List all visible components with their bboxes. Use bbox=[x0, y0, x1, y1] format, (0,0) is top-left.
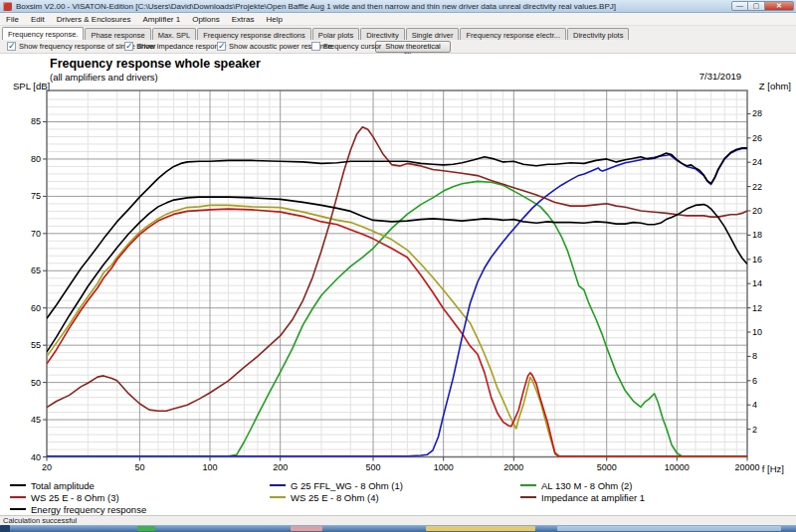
svg-text:20: 20 bbox=[752, 206, 762, 216]
svg-text:10: 10 bbox=[752, 327, 762, 337]
svg-text:2: 2 bbox=[752, 425, 757, 435]
svg-text:12: 12 bbox=[752, 303, 762, 313]
legend-item-ws-25-e-8-ohm-3: WS 25 E - 8 Ohm (3) bbox=[10, 491, 119, 503]
checkbox-frequency-cursor[interactable] bbox=[311, 42, 320, 51]
status-text: Calculation successful bbox=[3, 516, 77, 525]
plot-border bbox=[47, 90, 747, 457]
tab-directivity-plots[interactable]: Directivity plots bbox=[567, 28, 629, 40]
minor-gridlines bbox=[47, 90, 747, 457]
svg-text:55: 55 bbox=[31, 340, 41, 350]
checkbox-show-impedance-response[interactable]: ✓ bbox=[124, 42, 133, 51]
legend-swatch-impedance-at-amplifier-1 bbox=[520, 496, 536, 498]
legend-swatch-energy-frequency-response bbox=[10, 508, 26, 510]
taskbar-item bbox=[426, 526, 535, 531]
tab-frequency-response[interactable]: Frequency response. bbox=[2, 27, 84, 40]
menu-item-drivers-enclosures[interactable]: Drivers & Enclosures bbox=[51, 15, 137, 24]
tab-frequency-response-directions[interactable]: Frequency response directions bbox=[197, 28, 311, 40]
close-button[interactable]: ✕ bbox=[765, 1, 794, 11]
svg-text:5000: 5000 bbox=[597, 462, 617, 472]
legend-swatch-total-amplitude bbox=[10, 484, 26, 486]
boxsim-window: Boxsim V2.00 - VISATON-Edition [C:\Users… bbox=[0, 0, 796, 532]
svg-text:50: 50 bbox=[31, 378, 41, 388]
legend-item-g-25-ffl-wg-8-ohm-1: G 25 FFL_WG - 8 Ohm (1) bbox=[270, 479, 403, 491]
legend-item-energy-frequency-response: Energy frequency response bbox=[10, 503, 146, 515]
tab-polar-plots[interactable]: Polar plots bbox=[312, 28, 359, 40]
status-bar: Calculation successful bbox=[0, 515, 796, 525]
legend-label: Impedance at amplifier 1 bbox=[541, 492, 645, 503]
taskbar-item bbox=[137, 526, 155, 531]
toolbar: Show theoretical filters ✓Show frequency… bbox=[0, 40, 796, 54]
menu-item-options[interactable]: Options bbox=[186, 15, 226, 24]
svg-text:22: 22 bbox=[752, 182, 762, 192]
axis-tick-labels: 8580757065605550454028262422201816141210… bbox=[31, 108, 762, 471]
svg-text:2000: 2000 bbox=[503, 462, 523, 472]
legend-swatch-ws-25-e-8-ohm-4 bbox=[270, 496, 286, 498]
curve-ws-25-e-8-ohm-3 bbox=[47, 209, 747, 456]
curve-energy-frequency-response bbox=[47, 197, 747, 352]
legend-item-total-amplitude: Total amplitude bbox=[10, 479, 95, 491]
svg-text:8: 8 bbox=[752, 351, 757, 361]
svg-text:26: 26 bbox=[752, 133, 762, 143]
svg-text:85: 85 bbox=[31, 116, 41, 126]
svg-text:65: 65 bbox=[31, 266, 41, 275]
svg-text:70: 70 bbox=[31, 229, 41, 239]
menu-item-extras[interactable]: Extras bbox=[226, 15, 261, 24]
svg-text:6: 6 bbox=[752, 376, 757, 386]
menu-item-edit[interactable]: Edit bbox=[25, 15, 51, 24]
legend-label: WS 25 E - 8 Ohm (4) bbox=[291, 492, 379, 503]
checkbox-group-frequency-cursor: Frequency cursor bbox=[311, 42, 381, 51]
legend-label: Energy frequency response bbox=[31, 504, 146, 515]
checkbox-label: Frequency cursor bbox=[323, 42, 381, 51]
minimize-button[interactable]: — bbox=[731, 1, 748, 11]
svg-text:14: 14 bbox=[752, 278, 762, 288]
checkbox-show-acoustic-power-response[interactable]: ✓ bbox=[217, 42, 226, 51]
checkbox-label: Show impedance response bbox=[136, 42, 226, 51]
legend-swatch-g-25-ffl-wg-8-ohm-1 bbox=[270, 484, 286, 486]
windows-taskbar[interactable] bbox=[0, 525, 796, 532]
svg-text:24: 24 bbox=[752, 157, 762, 167]
checkbox-group-show-impedance-response: ✓Show impedance response bbox=[124, 42, 226, 51]
caption-buttons: — ▢ ✕ bbox=[731, 1, 794, 11]
taskbar-item bbox=[0, 525, 10, 532]
svg-text:100: 100 bbox=[203, 462, 218, 472]
maximize-button[interactable]: ▢ bbox=[748, 1, 765, 11]
svg-text:200: 200 bbox=[273, 462, 288, 472]
checkbox-show-frequency-response-of-single-driver[interactable]: ✓ bbox=[7, 42, 16, 51]
show-theoretical-filters-button[interactable]: Show theoretical filters bbox=[375, 41, 451, 53]
tab-single-driver[interactable]: Single driver bbox=[406, 28, 460, 40]
legend-item-ws-25-e-8-ohm-4: WS 25 E - 8 Ohm (4) bbox=[270, 491, 379, 503]
svg-text:28: 28 bbox=[752, 108, 762, 118]
window-title: Boxsim V2.00 - VISATON-Edition [C:\Users… bbox=[16, 2, 616, 11]
title-bar: Boxsim V2.00 - VISATON-Edition [C:\Users… bbox=[0, 0, 796, 13]
svg-text:500: 500 bbox=[366, 462, 381, 472]
svg-text:40: 40 bbox=[31, 452, 41, 462]
tab-phase-response[interactable]: Phase response bbox=[85, 28, 150, 40]
legend-item-al-130-m-8-ohm-2: AL 130 M - 8 Ohm (2) bbox=[520, 479, 633, 491]
menu-item-help[interactable]: Help bbox=[260, 15, 288, 24]
legend-swatch-al-130-m-8-ohm-2 bbox=[520, 484, 536, 486]
curves bbox=[47, 127, 747, 456]
menu-bar: FileEditDrivers & EnclosuresAmplifier 1O… bbox=[0, 13, 796, 26]
svg-text:18: 18 bbox=[752, 230, 762, 240]
menu-item-file[interactable]: File bbox=[0, 15, 25, 24]
legend-swatch-ws-25-e-8-ohm-3 bbox=[10, 496, 26, 498]
curve-impedance-at-amplifier-1 bbox=[47, 127, 747, 412]
taskbar-item bbox=[557, 526, 781, 531]
legend-label: Total amplitude bbox=[31, 480, 95, 491]
svg-text:60: 60 bbox=[31, 303, 41, 313]
legend-label: G 25 FFL_WG - 8 Ohm (1) bbox=[291, 480, 403, 491]
major-gridlines bbox=[47, 90, 747, 457]
svg-text:80: 80 bbox=[31, 154, 41, 164]
legend-label: AL 130 M - 8 Ohm (2) bbox=[541, 480, 633, 491]
menu-item-amplifier-1[interactable]: Amplifier 1 bbox=[136, 15, 186, 24]
svg-text:1000: 1000 bbox=[434, 462, 454, 472]
tab-bar: Frequency response.Phase responseMax. SP… bbox=[0, 26, 796, 40]
svg-text:75: 75 bbox=[31, 191, 41, 201]
tab-frequency-response-electr[interactable]: Frequency response electr... bbox=[460, 28, 566, 40]
tab-max-spl[interactable]: Max. SPL bbox=[152, 28, 197, 40]
taskbar-item bbox=[291, 526, 322, 531]
chart-plot: 8580757065605550454028262422201816141210… bbox=[0, 54, 796, 515]
tab-directivity[interactable]: Directivity bbox=[360, 28, 405, 40]
svg-text:20: 20 bbox=[42, 462, 52, 472]
svg-text:20000: 20000 bbox=[734, 462, 759, 472]
